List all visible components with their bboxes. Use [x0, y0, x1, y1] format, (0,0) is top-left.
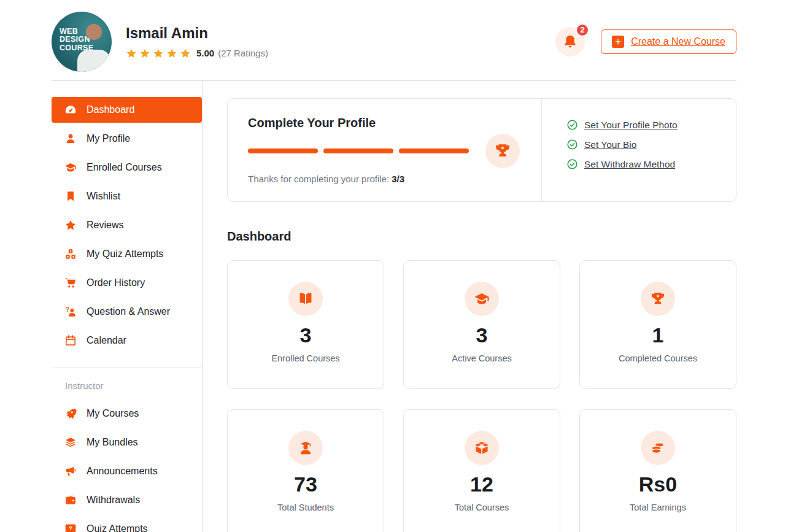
sidebar-item-my-profile[interactable]: My Profile: [52, 126, 202, 152]
sidebar-item-quiz-attempts[interactable]: ?Quiz Attempts: [52, 516, 202, 532]
sidebar-item-my-courses[interactable]: My Courses: [52, 401, 202, 426]
stats-grid: 3Enrolled Courses3Active Courses1Complet…: [227, 260, 736, 532]
sidebar-item-enrolled-courses[interactable]: Enrolled Courses: [52, 155, 202, 180]
bookmark-icon: [64, 190, 77, 202]
avatar-person-body: [77, 50, 110, 72]
profile-progress-text: Thanks for completing your profile: 3/3: [248, 174, 520, 184]
star-icon: [64, 219, 77, 231]
blocks-icon: [64, 248, 77, 260]
sidebar-item-label: Calendar: [87, 335, 126, 346]
stat-card-total-students: 73Total Students: [227, 409, 384, 532]
stat-value: Rs0: [580, 473, 736, 496]
profile-progress-bar: [248, 148, 469, 153]
stat-card-total-courses: 12Total Courses: [403, 409, 560, 532]
stat-value: 12: [404, 473, 560, 496]
stat-card-completed-courses: 1Completed Courses: [579, 260, 736, 389]
checklist-link-set-withdraw-method[interactable]: Set Withdraw Method: [584, 159, 675, 170]
stat-label: Total Courses: [404, 503, 560, 512]
sidebar-item-label: My Courses: [87, 408, 139, 419]
sidebar-student-menu: DashboardMy ProfileEnrolled CoursesWishl…: [52, 97, 202, 353]
check-circle-icon: [566, 119, 578, 131]
stat-value: 1: [580, 324, 736, 347]
rating-count: (27 Ratings): [218, 48, 268, 58]
stat-value: 3: [228, 324, 384, 347]
stat-label: Total Earnings: [580, 503, 736, 512]
rocket-icon: [64, 407, 77, 420]
checklist-link-set-your-bio[interactable]: Set Your Bio: [584, 139, 636, 150]
star-icon: [126, 48, 137, 59]
header: WEB DESIGN COURSE Ismail Amin 5.00 (27 R…: [52, 0, 736, 80]
complete-profile-card: Complete Your Profile Thanks for complet…: [227, 98, 736, 202]
checklist-item: Set Your Bio: [566, 139, 736, 150]
star-rating: [126, 48, 191, 59]
sidebar-item-label: Dashboard: [87, 104, 134, 115]
sidebar-item-label: Wishlist: [87, 191, 120, 202]
graduation-cap-icon: [465, 282, 499, 316]
stat-label: Total Students: [228, 503, 384, 512]
progress-segment: [248, 148, 318, 153]
sidebar-divider: [52, 368, 202, 368]
sidebar-item-calendar[interactable]: Calendar: [52, 328, 202, 353]
stat-label: Completed Courses: [580, 353, 736, 363]
sidebar-item-announcements[interactable]: Announcements: [52, 458, 202, 484]
sidebar: DashboardMy ProfileEnrolled CoursesWishl…: [52, 81, 203, 532]
sidebar-item-question-answer[interactable]: ?Question & Answer: [52, 299, 202, 325]
sidebar-item-order-history[interactable]: Order History: [52, 270, 202, 296]
cart-icon: [64, 277, 77, 289]
notifications-button[interactable]: 2: [555, 27, 585, 56]
thanks-text: Thanks for completing your profile:: [248, 174, 389, 184]
user-icon: [64, 133, 77, 145]
sidebar-item-reviews[interactable]: Reviews: [52, 212, 202, 238]
coins-icon: [641, 431, 675, 465]
page-title: Dashboard: [227, 229, 736, 244]
star-icon: [139, 48, 150, 59]
dashboard-page: WEB DESIGN COURSE Ismail Amin 5.00 (27 R…: [0, 0, 788, 532]
sidebar-item-label: My Profile: [87, 133, 130, 144]
sidebar-item-label: My Bundles: [87, 437, 138, 448]
profile-checklist: Set Your Profile PhotoSet Your BioSet Wi…: [541, 99, 736, 201]
sidebar-item-dashboard[interactable]: Dashboard: [52, 97, 202, 123]
check-circle-icon: [566, 158, 578, 170]
stat-label: Enrolled Courses: [228, 353, 384, 363]
checklist-item: Set Withdraw Method: [566, 158, 736, 170]
layers-icon: [64, 436, 77, 449]
graduation-cap-icon: [64, 161, 77, 174]
header-actions: 2 Create a New Course: [555, 27, 736, 56]
box-open-icon: [465, 431, 499, 465]
progress-segment: [399, 148, 469, 153]
sidebar-item-label: Withdrawals: [87, 495, 140, 506]
sidebar-item-label: Quiz Attempts: [87, 523, 148, 532]
stat-value: 73: [228, 473, 384, 496]
dashboard-icon: [64, 104, 77, 116]
star-icon: [153, 48, 164, 59]
progress-segment: [323, 148, 393, 153]
sidebar-item-my-bundles[interactable]: My Bundles: [52, 430, 202, 455]
sidebar-item-wishlist[interactable]: Wishlist: [52, 183, 202, 209]
sidebar-item-my-quiz-attempts[interactable]: My Quiz Attempts: [52, 241, 202, 267]
quiz-icon: ?: [64, 523, 77, 532]
avatar-person-head: [86, 24, 102, 40]
stat-value: 3: [404, 324, 560, 347]
avatar: WEB DESIGN COURSE: [52, 12, 112, 72]
bell-icon: [562, 34, 578, 50]
book-open-icon: [288, 282, 323, 316]
checklist-item: Set Your Profile Photo: [566, 119, 736, 131]
sidebar-instructor-menu: My CoursesMy BundlesAnnouncementsWithdra…: [52, 401, 202, 532]
question-answer-icon: ?: [64, 306, 77, 318]
create-course-button[interactable]: Create a New Course: [601, 29, 736, 54]
trophy-icon: [485, 134, 520, 168]
sidebar-item-label: Order History: [87, 277, 145, 288]
profile-card-title: Complete Your Profile: [248, 116, 520, 130]
sidebar-section-label: Instructor: [52, 380, 202, 391]
profile-progress-section: Complete Your Profile Thanks for complet…: [228, 99, 541, 201]
stat-card-enrolled-courses: 3Enrolled Courses: [227, 260, 384, 389]
create-course-label: Create a New Course: [631, 36, 725, 47]
star-icon: [180, 48, 191, 59]
content-frame: DashboardMy ProfileEnrolled CoursesWishl…: [52, 80, 736, 532]
user-meta: Ismail Amin 5.00 (27 Ratings): [126, 25, 268, 59]
checklist-link-set-your-profile-photo[interactable]: Set Your Profile Photo: [584, 120, 678, 131]
sidebar-item-withdrawals[interactable]: Withdrawals: [52, 487, 202, 513]
check-circle-icon: [566, 139, 578, 150]
rating-value: 5.00: [196, 48, 214, 58]
wallet-icon: [64, 494, 77, 506]
